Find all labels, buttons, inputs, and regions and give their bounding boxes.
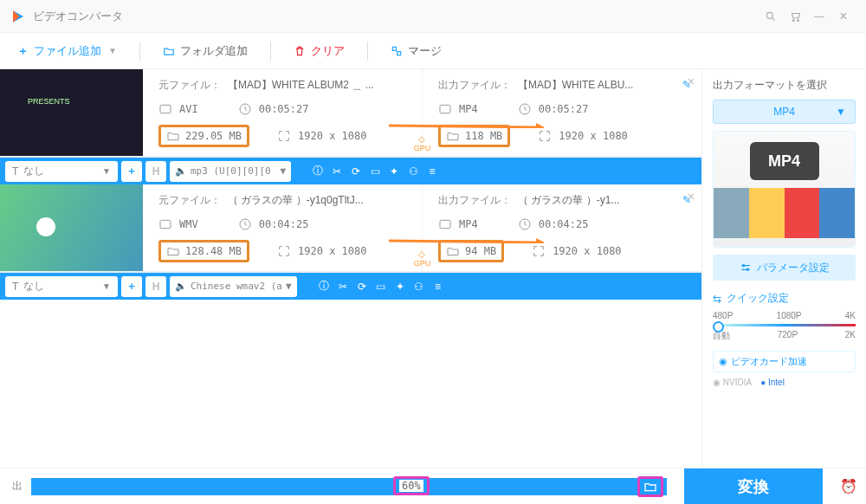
progress-percent: 60% (393, 476, 430, 495)
folder-icon (166, 244, 180, 258)
parameter-settings-button[interactable]: パラメータ設定 (713, 255, 856, 281)
crop-icon[interactable]: ▭ (373, 281, 389, 293)
svg-point-2 (798, 19, 799, 21)
cut-icon[interactable]: ✂ (329, 165, 345, 178)
format-icon (158, 102, 172, 116)
info-icon[interactable]: ⓘ (316, 279, 332, 294)
add-file-button[interactable]: ＋ ファイル追加 ▼ (9, 40, 126, 62)
output-path-label: 出 (12, 479, 23, 494)
quick-settings-title: ⇆クイック設定 (713, 291, 856, 306)
audio-track-select[interactable]: 🔈 mp3 (U[0][0][0▼ (170, 161, 291, 182)
format-icon (438, 217, 452, 231)
svg-point-18 (746, 268, 748, 270)
svg-rect-11 (160, 220, 171, 228)
open-folder-button[interactable] (637, 476, 663, 497)
svg-line-9 (389, 126, 536, 127)
progress-bar[interactable]: 60% (31, 478, 667, 495)
chevron-down-icon: ▼ (836, 106, 846, 118)
resolution-icon (538, 129, 552, 143)
folder-icon (446, 244, 460, 258)
cut-icon[interactable]: ✂ (335, 281, 351, 293)
gpu-accel-toggle[interactable]: ◉ビデオカード加速 (713, 351, 856, 372)
gpu-badge: ◇GPU (414, 249, 431, 268)
main-toolbar: ＋ ファイル追加 ▼ フォルダ追加 クリア マージ (0, 33, 866, 69)
file-item: 元ファイル：（ ガラスの華 ）-y1q0gTltJ... WMV 00:04:2… (0, 184, 701, 300)
close-button[interactable]: × (831, 4, 856, 29)
add-subtitle-button[interactable]: ＋ (121, 161, 142, 182)
clock-icon (238, 217, 252, 231)
format-icon (158, 217, 172, 231)
folder-icon (166, 129, 180, 143)
svg-point-0 (766, 12, 772, 18)
audio-track-select[interactable]: 🔈 Chinese wmav2 (a▼ (170, 276, 297, 297)
format-preview[interactable]: MP4 (713, 131, 856, 248)
watermark-icon[interactable]: ⚇ (405, 165, 421, 178)
subtitle-select[interactable]: Tなし▼ (5, 161, 118, 182)
rotate-icon[interactable]: ⟳ (354, 281, 370, 293)
file-controls-bar: Tなし▼ ＋ H 🔈 Chinese wmav2 (a▼ ⓘ ✂ ⟳ ▭ ✦ ⚇… (0, 272, 701, 300)
output-format-title: 出力フォーマットを選択 (713, 78, 856, 93)
svg-marker-10 (536, 123, 545, 128)
trash-icon (294, 45, 306, 57)
crop-icon[interactable]: ▭ (367, 165, 383, 178)
svg-rect-7 (440, 105, 450, 113)
output-filename: （ ガラスの華 ）-y1... (518, 193, 675, 208)
output-filename: 【MAD】WHITE ALBU... (518, 78, 675, 93)
merge-button[interactable]: マージ (382, 40, 450, 62)
h-button[interactable]: H (145, 161, 166, 182)
effects-icon[interactable]: ✦ (392, 281, 408, 293)
subtitle-select[interactable]: Tなし▼ (5, 276, 118, 297)
video-thumbnail[interactable] (0, 184, 143, 271)
remove-file-button[interactable]: × (688, 190, 695, 204)
svg-rect-13 (440, 220, 450, 228)
cart-icon[interactable] (783, 4, 807, 29)
add-subtitle-button[interactable]: ＋ (121, 276, 142, 297)
sub-icon[interactable]: ≡ (424, 165, 440, 178)
side-panel: 出力フォーマットを選択 MP4▼ MP4 パラメータ設定 ⇆クイック設定 480… (701, 69, 866, 468)
app-title: ビデオコンバータ (33, 9, 759, 24)
rotate-icon[interactable]: ⟳ (348, 165, 364, 178)
svg-point-17 (742, 265, 744, 267)
h-button[interactable]: H (145, 276, 166, 297)
arrow-annotation (389, 123, 545, 128)
file-list: PRESENTS 元ファイル：【MAD】WHITE ALBUM2 ＿ ... A… (0, 69, 701, 468)
intel-icon: ● Intel (760, 378, 785, 387)
folder-icon (446, 129, 460, 143)
video-thumbnail[interactable]: PRESENTS (0, 69, 143, 156)
resolution-icon (277, 244, 291, 258)
format-icon (438, 102, 452, 116)
merge-icon (391, 45, 403, 57)
remove-file-button[interactable]: × (688, 74, 695, 88)
clock-icon (518, 102, 532, 116)
convert-button[interactable]: 変換 (684, 468, 823, 505)
clock-icon (238, 102, 252, 116)
chevron-down-icon: ▼ (108, 46, 117, 55)
svg-point-1 (792, 19, 794, 21)
file-controls-bar: Tなし▼ ＋ H 🔈 mp3 (U[0][0][0▼ ⓘ ✂ ⟳ ▭ ✦ ⚇ ≡ (0, 157, 701, 184)
minimize-button[interactable]: — (807, 4, 831, 29)
source-filename: 【MAD】WHITE ALBUM2 ＿ ... (228, 78, 411, 93)
svg-rect-5 (160, 105, 171, 113)
add-folder-button[interactable]: フォルダ追加 (154, 40, 256, 62)
info-icon[interactable]: ⓘ (310, 164, 326, 178)
resolution-icon (532, 244, 546, 258)
nvidia-icon: ◉ NVIDIA (713, 378, 752, 387)
sliders-icon (740, 262, 752, 274)
alarm-icon[interactable]: ⏰ (831, 478, 866, 494)
search-icon[interactable] (759, 4, 783, 29)
sub-icon[interactable]: ≡ (430, 281, 446, 293)
file-item: PRESENTS 元ファイル：【MAD】WHITE ALBUM2 ＿ ... A… (0, 69, 701, 184)
effects-icon[interactable]: ✦ (386, 165, 402, 178)
gpu-badge: ◇GPU (414, 134, 431, 152)
arrow-annotation (389, 238, 545, 243)
svg-marker-16 (536, 238, 545, 243)
folder-icon (643, 480, 657, 494)
source-size: 229.05 MB (158, 125, 249, 147)
svg-rect-4 (397, 51, 400, 55)
watermark-icon[interactable]: ⚇ (411, 281, 427, 293)
app-logo-icon (10, 9, 26, 24)
svg-line-15 (389, 241, 536, 242)
quality-slider[interactable] (713, 324, 856, 326)
clear-button[interactable]: クリア (285, 40, 353, 62)
format-select[interactable]: MP4▼ (713, 100, 856, 124)
